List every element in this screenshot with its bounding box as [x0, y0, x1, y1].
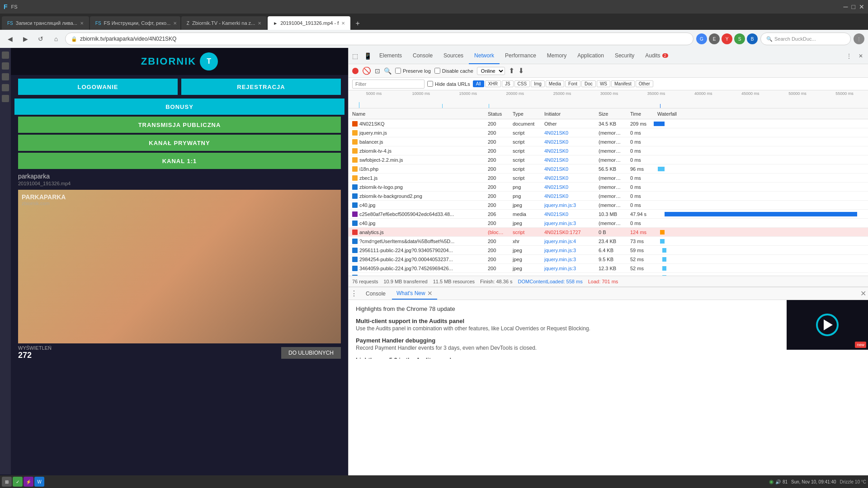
- devtools-settings-btn[interactable]: ✕: [855, 51, 866, 61]
- kanal-1-1-btn[interactable]: KANAL 1:1: [18, 153, 341, 169]
- export-icon[interactable]: ⬇: [518, 66, 524, 75]
- filter-doc[interactable]: Doc: [581, 80, 596, 87]
- th-type[interactable]: Type: [509, 111, 541, 117]
- tab-performance[interactable]: Performance: [500, 48, 542, 64]
- back-btn[interactable]: ◀: [4, 33, 16, 45]
- table-row[interactable]: zbec1.js 200 script 4N021SK0 (memory c..…: [349, 174, 868, 183]
- filter-img[interactable]: Img: [531, 80, 545, 87]
- table-row[interactable]: 2984254-public-224.jpg?0.00044053237... …: [349, 255, 868, 264]
- drawer-menu-btn[interactable]: ⋮: [350, 289, 358, 298]
- drawer-tab-close[interactable]: ✕: [427, 290, 433, 297]
- sidebar-icon-3[interactable]: [2, 73, 9, 80]
- table-row[interactable]: ?cmd=getUserItems&data%5Boffset%5D... 20…: [349, 237, 868, 246]
- inspect-btn[interactable]: ⬚: [349, 50, 361, 62]
- th-status[interactable]: Status: [484, 111, 509, 117]
- new-tab-btn[interactable]: +: [351, 17, 364, 30]
- drawer-tab-console[interactable]: Console: [361, 287, 390, 300]
- browser-tab-4[interactable]: ► 20191004_191326.mp4 - f ✕: [268, 16, 350, 30]
- disable-cache-checkbox[interactable]: [434, 68, 440, 74]
- ext-icon-1[interactable]: E: [709, 33, 720, 44]
- preserve-log-checkbox[interactable]: [395, 68, 401, 74]
- preserve-log-label[interactable]: Preserve log: [395, 68, 431, 74]
- tab-console[interactable]: Console: [407, 48, 438, 64]
- table-row[interactable]: i18n.php 200 script 4N021SK0 56.5 KB 96 …: [349, 164, 868, 174]
- tab-application[interactable]: Application: [572, 48, 609, 64]
- filter-media[interactable]: Media: [546, 80, 564, 87]
- ext-icon-4[interactable]: B: [747, 33, 758, 44]
- filter-font[interactable]: Font: [565, 80, 580, 87]
- filter-icon[interactable]: ⊡: [375, 67, 380, 75]
- bonusy-btn[interactable]: BONUSY: [14, 99, 344, 115]
- th-waterfall[interactable]: Waterfall: [654, 111, 868, 117]
- browser-tab-2[interactable]: FS FS Инструкции, Софт, рекo... ✕: [90, 16, 180, 30]
- table-row[interactable]: zbiornik-tv-background2.png 200 png 4N02…: [349, 192, 868, 201]
- tab-security[interactable]: Security: [609, 48, 640, 64]
- table-row[interactable]: 3464059-public-224.jpg?0.74526969426... …: [349, 264, 868, 273]
- reload-btn[interactable]: ↺: [34, 33, 47, 45]
- browser-tab-3[interactable]: Z Zbiornik.TV - Kamerki na z... ✕: [181, 16, 267, 30]
- th-name[interactable]: Name: [349, 111, 484, 117]
- table-row[interactable]: swfobject-2.2.min.js 200 script 4N021SK0…: [349, 155, 868, 164]
- clear-btn[interactable]: 🚫: [362, 66, 371, 75]
- video-player[interactable]: PARKAPARKA zbiornik.com: [18, 190, 341, 343]
- fav-btn[interactable]: DO ULUBIONYCH: [281, 347, 341, 359]
- close-btn[interactable]: ✕: [859, 3, 864, 10]
- table-row[interactable]: c40.jpg 200 jpeg jquery.min.js:3 (memory…: [349, 201, 868, 210]
- table-row[interactable]: balancer.js 200 script 4N021SK0 (memory …: [349, 137, 868, 146]
- ext-icon-2[interactable]: Y: [722, 33, 732, 44]
- tab-network[interactable]: Network: [469, 48, 500, 64]
- rejestracja-btn[interactable]: REJESTRACJA: [181, 79, 341, 95]
- filter-js[interactable]: JS: [502, 80, 514, 87]
- th-size[interactable]: Size: [595, 111, 627, 117]
- taskbar-apps-btn[interactable]: ⊞: [2, 477, 12, 487]
- device-btn[interactable]: 📱: [361, 50, 374, 62]
- minimize-btn[interactable]: ─: [844, 3, 848, 10]
- tab-close-2[interactable]: ✕: [173, 21, 177, 26]
- sidebar-icon-1[interactable]: [2, 52, 9, 59]
- tab-close-3[interactable]: ✕: [258, 21, 261, 26]
- address-bar[interactable]: 🔒 zbiornik.tv/parkaparka/video/4N021SKQ: [65, 33, 693, 45]
- kanal-prywatny-btn[interactable]: KANAŁ PRYWATNY: [18, 135, 341, 151]
- table-row[interactable]: 2956111-public-224.jpg?0.93405790204... …: [349, 246, 868, 255]
- filter-manifest[interactable]: Manifest: [611, 80, 635, 87]
- filter-css[interactable]: CSS: [514, 80, 530, 87]
- sidebar-icon-4[interactable]: [2, 84, 9, 91]
- th-time[interactable]: Time: [627, 111, 654, 117]
- tab-memory[interactable]: Memory: [542, 48, 572, 64]
- youtube-thumb[interactable]: new: [787, 300, 868, 350]
- profile-icon[interactable]: G: [696, 33, 707, 44]
- tab-audits[interactable]: Audits 2: [640, 48, 673, 64]
- record-btn[interactable]: [352, 68, 359, 74]
- home-btn[interactable]: ⌂: [50, 33, 62, 45]
- filter-xhr[interactable]: XHR: [485, 80, 501, 87]
- tab-sources[interactable]: Sources: [438, 48, 469, 64]
- taskbar-icon-purple[interactable]: ⚡: [24, 477, 33, 487]
- throttle-select[interactable]: Online: [477, 67, 505, 75]
- filter-ws[interactable]: WS: [597, 80, 610, 87]
- logowanie-btn[interactable]: LOGOWANIE: [18, 79, 178, 95]
- table-row[interactable]: zbiornik-tv-4.js 200 script 4N021SK0 (me…: [349, 146, 868, 155]
- drawer-close-btn[interactable]: ✕: [860, 289, 866, 298]
- disable-cache-label[interactable]: Disable cache: [434, 68, 473, 74]
- forward-btn[interactable]: ▶: [19, 33, 32, 45]
- table-row[interactable]: 4N021SKQ 200 document Other 34.5 KB 209 …: [349, 119, 868, 128]
- maximize-btn[interactable]: □: [852, 3, 855, 10]
- th-initiator[interactable]: Initiator: [541, 111, 595, 117]
- tab-elements[interactable]: Elements: [374, 48, 407, 64]
- taskbar-icon-green[interactable]: ✓: [13, 477, 23, 487]
- hide-data-urls-checkbox[interactable]: [427, 81, 433, 87]
- menu-btn[interactable]: ⋮: [854, 33, 864, 44]
- table-row[interactable]: jquery.min.js 200 script 4N021SK0 (memor…: [349, 128, 868, 137]
- filter-all[interactable]: All: [473, 80, 484, 87]
- sidebar-icon-5[interactable]: [2, 95, 9, 102]
- taskbar-icon-blue[interactable]: W: [34, 477, 44, 487]
- sidebar-icon-2[interactable]: [2, 62, 9, 70]
- search-bar[interactable]: 🔍 Search DuckDuc...: [760, 33, 851, 45]
- hide-data-urls-label[interactable]: Hide data URLs: [427, 81, 470, 87]
- table-row[interactable]: c40.jpg 200 jpeg jquery.min.js:3 (memory…: [349, 219, 868, 228]
- devtools-menu-btn[interactable]: ⋮: [844, 51, 854, 61]
- drawer-tab-whats-new[interactable]: What's New ✕: [392, 287, 437, 300]
- filter-input[interactable]: [352, 80, 425, 89]
- tab-close-1[interactable]: ✕: [80, 21, 84, 26]
- import-icon[interactable]: ⬆: [509, 66, 514, 75]
